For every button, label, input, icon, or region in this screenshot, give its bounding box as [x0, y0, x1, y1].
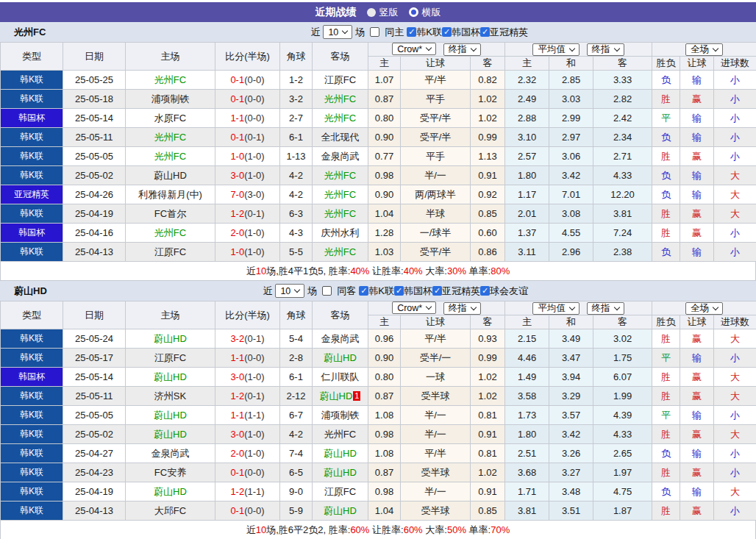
odds-cell: 受半球 — [401, 463, 471, 482]
away-team-cell: 江原FC — [313, 482, 368, 501]
away-team-cell: 仁川联队 — [313, 368, 368, 387]
halftime-score: (0-1) — [244, 390, 264, 401]
table-row: 韩K联25-05-24蔚山HD3-2(0-1)5-4金泉尚武0.96平/半0.9… — [1, 329, 756, 349]
odds-cell: 1.02 — [471, 368, 505, 387]
average-odds-cell: 3.26 — [549, 444, 593, 463]
result-cell: 负 — [652, 482, 680, 501]
recent-count-select[interactable]: 10 — [323, 25, 352, 39]
odds-cell: 1.08 — [368, 406, 401, 425]
average-odds-cell: 3.03 — [549, 90, 593, 109]
table-row: 韩K联25-05-02蔚山HD3-0(1-0)4-2光州FC0.98半/一0.9… — [1, 166, 756, 185]
away-team-cell: 江原FC — [313, 71, 368, 90]
corner-cell: 6-1 — [280, 368, 313, 387]
average-stage-select[interactable]: 终指 — [587, 302, 624, 315]
corner-cell: 4-3 — [280, 224, 313, 243]
chevron-down-icon — [713, 304, 718, 310]
result-cell: 胜 — [652, 224, 680, 243]
odds-cell: 0.81 — [471, 406, 505, 425]
odds-cell: 0.93 — [471, 329, 505, 349]
date-cell: 25-05-02 — [63, 425, 126, 444]
league-checkbox-checked-icon[interactable] — [480, 286, 490, 296]
average-odds-cell: 1.80 — [505, 166, 549, 185]
average-odds-cell: 2.82 — [593, 90, 652, 109]
corner-cell: 6-7 — [280, 406, 313, 425]
col-odds-line: 让球 — [401, 57, 471, 71]
fulltime-score: 1-1 — [230, 410, 244, 421]
games-label: 场 — [355, 26, 365, 39]
home-team-cell: FC首尔 — [126, 204, 215, 224]
average-stage-select[interactable]: 终指 — [587, 43, 624, 56]
bookmaker-select[interactable]: Crow* — [392, 301, 436, 314]
table-row: 韩K联25-04-27金泉尚武2-0(1-0)7-4蔚山HD1.08平/半0.8… — [1, 444, 756, 463]
date-cell: 25-04-27 — [63, 444, 126, 463]
result-cell: 赢 — [680, 329, 714, 349]
average-select[interactable]: 平均值 — [532, 302, 580, 315]
table-row: 韩国杯25-04-16光州FC2-0(1-0)4-3庆州水利1.28一/球半0.… — [1, 224, 756, 243]
competition-cell: 韩国杯 — [1, 224, 63, 243]
red-card-badge: 1 — [353, 391, 360, 401]
league-checkbox-checked-icon[interactable] — [407, 27, 416, 37]
odds-stage-select[interactable]: 终指 — [443, 302, 481, 315]
league-checkbox-checked-icon[interactable] — [359, 286, 368, 296]
league-checkbox-checked-icon[interactable] — [432, 286, 442, 296]
table-row: 亚冠精英25-04-26利雅得新月(中)7-0(3-0)4-2光州FC0.90两… — [1, 185, 756, 204]
odds-stage-select[interactable]: 终指 — [443, 43, 481, 56]
radio-vertical-layout[interactable]: 竖版 — [367, 6, 399, 19]
result-cell: 输 — [680, 444, 714, 463]
odds-cell: 0.86 — [471, 243, 505, 262]
table-row: 韩K联25-04-19FC首尔1-2(0-1)6-3光州FC1.04半球0.85… — [1, 204, 756, 224]
average-odds-cell: 3.29 — [549, 387, 593, 406]
result-cell: 胜 — [652, 147, 680, 166]
average-odds-cell: 2.51 — [505, 444, 549, 463]
score-cell: 0-1(0-0) — [215, 71, 280, 90]
table-row: 韩K联25-05-25光州FC0-1(0-0)1-2江原FC1.07平/半0.8… — [1, 71, 756, 90]
radio-horizontal-layout[interactable]: 横版 — [409, 6, 441, 19]
score-cell: 3-0(1-0) — [215, 425, 280, 444]
result-cell: 小 — [714, 147, 756, 166]
average-odds-cell: 1.99 — [593, 387, 652, 406]
result-cell: 赢 — [680, 147, 714, 166]
home-team: 蔚山HD — [154, 410, 187, 421]
league-checkbox-label: 韩国杯 — [404, 285, 432, 298]
odds-cell: 受平/半 — [401, 243, 471, 262]
league-checkbox-checked-icon[interactable] — [480, 27, 490, 37]
scope-select[interactable]: 全场 — [685, 302, 723, 315]
average-odds-cell: 4.33 — [593, 166, 652, 185]
league-checkbox-checked-icon[interactable] — [394, 286, 404, 296]
odds-cell: 0.92 — [471, 185, 505, 204]
result-cell: 负 — [652, 166, 680, 185]
score-cell: 1-2(0-1) — [215, 387, 280, 406]
average-select[interactable]: 平均值 — [532, 43, 580, 56]
odds-cell: 1.02 — [471, 90, 505, 109]
away-team: 光州FC — [324, 429, 356, 440]
odds-cell: 一球 — [401, 368, 471, 387]
col-result-handicap: 让球 — [680, 57, 714, 71]
chevron-down-icon — [294, 287, 300, 293]
fulltime-score: 2-0 — [230, 227, 244, 238]
average-odds-cell: 4.39 — [593, 406, 652, 425]
home-team-cell: 水原FC — [126, 109, 215, 128]
date-cell: 25-05-14 — [63, 109, 126, 128]
odds-cell: 受平/半 — [401, 128, 471, 147]
fulltime-score: 0-1 — [230, 132, 244, 143]
average-odds-cell: 3.94 — [549, 368, 593, 387]
home-team-cell: 蔚山HD — [126, 368, 215, 387]
col-avg-home: 主 — [505, 315, 549, 329]
result-cell: 胜 — [652, 368, 680, 387]
same-venue-checkbox[interactable] — [370, 27, 379, 37]
recent-count-select[interactable]: 10 — [275, 284, 304, 298]
bookmaker-select[interactable]: Crow* — [392, 43, 436, 55]
score-cell: 7-0(3-0) — [215, 185, 280, 204]
col-type: 类型 — [1, 43, 63, 71]
col-avg-draw: 和 — [549, 57, 593, 71]
radio-horizontal-label: 横版 — [422, 6, 441, 19]
result-cell: 赢 — [680, 425, 714, 444]
score-cell: 1-0(1-0) — [215, 147, 280, 166]
scope-select[interactable]: 全场 — [685, 43, 723, 56]
average-odds-cell: 1.87 — [593, 501, 652, 521]
result-cell: 输 — [680, 128, 714, 147]
same-venue-checkbox[interactable] — [322, 286, 332, 296]
average-odds-cell: 3.06 — [549, 147, 593, 166]
league-checkbox-checked-icon[interactable] — [442, 27, 452, 37]
odds-cell: 0.98 — [368, 425, 401, 444]
